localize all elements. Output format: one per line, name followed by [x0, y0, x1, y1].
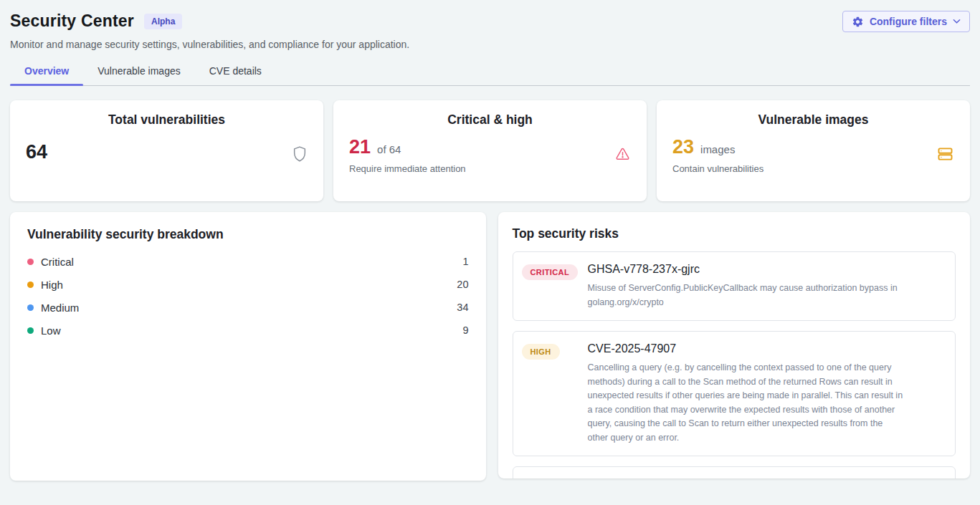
risk-id: GHSA-v778-237x-gjrc — [588, 263, 947, 276]
stat-value: 64 — [26, 143, 47, 162]
breakdown-label: Medium — [41, 302, 79, 314]
breakdown-row-low: Low 9 — [27, 319, 469, 342]
risk-description: Cancelling a query (e.g. by cancelling t… — [588, 361, 903, 445]
medium-dot — [27, 304, 34, 311]
risk-card-cve-2025-9086[interactable]: HIGH CVE-2025-9086 — [513, 466, 956, 478]
stat-card-title: Total vulnerabilities — [10, 112, 323, 128]
lower-panels: Vulnerability security breakdown Critica… — [10, 212, 970, 481]
stat-card-title: Critical & high — [333, 112, 647, 128]
tab-bar: Overview Vulnerable images CVE details — [10, 65, 970, 86]
page-subtitle: Monitor and manage security settings, vu… — [10, 39, 970, 50]
risk-id: CVE-2025-47907 — [588, 342, 947, 355]
alpha-badge: Alpha — [144, 14, 182, 29]
breakdown-value: 1 — [462, 256, 468, 267]
shield-icon — [292, 145, 308, 165]
severity-badge: HIGH — [522, 344, 560, 360]
critical-dot — [27, 259, 34, 265]
page-header: Security Center Alpha Configure filters … — [0, 0, 980, 86]
breakdown-value: 9 — [462, 324, 468, 336]
stat-suffix: of 64 — [377, 143, 401, 155]
risk-card-ghsa-v778-237x-gjrc[interactable]: CRITICAL GHSA-v778-237x-gjrc Misuse of S… — [513, 251, 956, 321]
stat-value: 21 — [349, 138, 371, 157]
warning-triangle-icon — [614, 146, 631, 165]
stat-card-vulnerable-images: Vulnerable images 23 images Contain vuln… — [657, 100, 970, 201]
security-center-page: Security Center Alpha Configure filters … — [0, 0, 980, 505]
severity-badge: CRITICAL — [522, 264, 579, 280]
risk-card-cve-2025-47907[interactable]: HIGH CVE-2025-47907 Cancelling a query (… — [513, 331, 956, 456]
tab-overview[interactable]: Overview — [10, 65, 83, 85]
breakdown-value: 34 — [457, 302, 468, 313]
breakdown-row-critical: Critical 1 — [27, 250, 469, 273]
stat-card-title: Vulnerable images — [657, 112, 970, 128]
risk-id: CVE-2025-9086 — [588, 478, 947, 478]
breakdown-label: Critical — [41, 256, 74, 268]
gear-icon — [852, 16, 864, 28]
stat-subtext: Contain vulnerabilities — [672, 163, 763, 174]
breakdown-label: High — [41, 279, 63, 291]
breakdown-title: Vulnerability security breakdown — [27, 227, 469, 242]
breakdown-label: Low — [41, 324, 61, 337]
top-risks-title: Top security risks — [513, 226, 956, 241]
high-dot — [27, 282, 34, 288]
stat-suffix: images — [700, 143, 735, 155]
main-content: Total vulnerabilities 64 — [0, 100, 980, 481]
stat-value: 23 — [672, 138, 694, 157]
stat-subtext: Require immediate attention — [349, 163, 466, 174]
risk-description: Misuse of ServerConfig.PublicKeyCallback… — [588, 282, 903, 309]
low-dot — [27, 327, 34, 334]
page-title: Security Center — [10, 11, 134, 31]
breakdown-value: 20 — [457, 279, 468, 290]
stat-card-total-vulnerabilities: Total vulnerabilities 64 — [10, 100, 323, 201]
tab-cve-details[interactable]: CVE details — [195, 65, 276, 85]
top-security-risks-panel: Top security risks CRITICAL GHSA-v778-23… — [498, 212, 971, 478]
stat-cards-row: Total vulnerabilities 64 — [10, 100, 970, 201]
chevron-down-icon — [953, 19, 961, 24]
configure-filters-button[interactable]: Configure filters — [842, 11, 970, 32]
tab-vulnerable-images[interactable]: Vulnerable images — [83, 65, 194, 85]
breakdown-row-medium: Medium 34 — [27, 296, 469, 319]
server-stack-icon — [936, 145, 954, 165]
configure-filters-label: Configure filters — [870, 16, 947, 27]
breakdown-row-high: High 20 — [27, 273, 469, 296]
vulnerability-breakdown-panel: Vulnerability security breakdown Critica… — [10, 212, 486, 481]
stat-card-critical-high: Critical & high 21 of 64 Require immedia… — [333, 100, 647, 201]
